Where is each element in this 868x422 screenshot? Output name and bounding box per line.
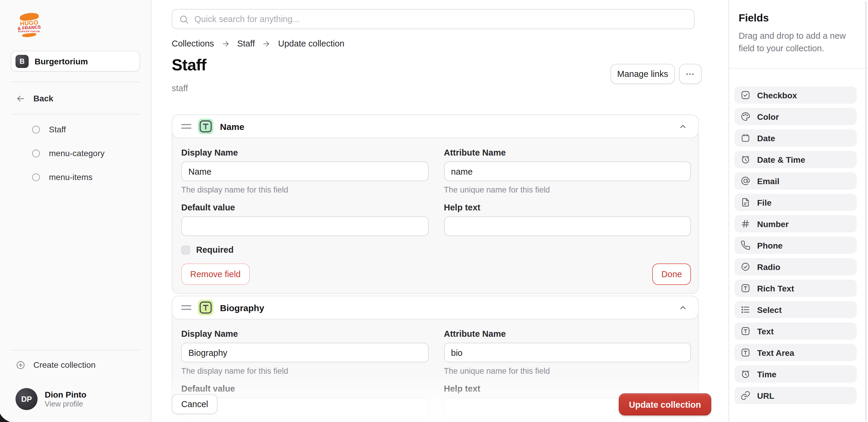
manage-links-button[interactable]: Manage links [611, 64, 675, 84]
attribute-name-label: Attribute Name [444, 329, 691, 338]
help-text-input[interactable] [444, 216, 691, 236]
attribute-name-help: The unique name for this field [444, 185, 691, 194]
search-placeholder: Quick search for anything... [194, 14, 300, 24]
collection-list: Staff menu-category menu-items [0, 121, 151, 193]
circle-icon [31, 124, 41, 134]
arrow-right-icon [222, 40, 229, 47]
more-options-button[interactable]: ⋯ [679, 64, 702, 84]
field-type-item[interactable]: Time [735, 365, 857, 383]
default-value-label: Default value [181, 384, 428, 393]
default-value-input[interactable] [181, 397, 428, 417]
field-type-item[interactable]: Date & Time [735, 151, 857, 168]
url-icon [740, 390, 750, 400]
checkbox-icon [740, 90, 750, 100]
email-icon [740, 176, 750, 186]
field-type-item[interactable]: Select [735, 301, 857, 318]
fields-sidebar: Fields Drag and drop to add a new field … [728, 0, 868, 422]
back-button[interactable]: Back [16, 90, 141, 107]
display-name-help: The display name for this field [181, 185, 428, 194]
field-type-item[interactable]: Color [735, 108, 857, 125]
collection-item[interactable]: menu-category [31, 145, 156, 162]
time-icon [740, 369, 750, 379]
back-label: Back [33, 94, 53, 103]
field-panel-header[interactable]: Name [172, 115, 699, 138]
field-title: Biography [220, 302, 670, 313]
field-panel-body: Display Name Name The display name for t… [172, 138, 698, 293]
fields-panel-description: Drag and drop to add a new field to your… [739, 30, 858, 55]
drag-handle-icon[interactable] [181, 305, 191, 310]
display-name-input[interactable]: Name [181, 162, 428, 181]
divider [11, 114, 140, 115]
default-value-input[interactable] [181, 216, 428, 236]
circle-icon [31, 172, 41, 182]
display-name-label: Display Name [181, 148, 428, 157]
page-scrollbar[interactable] [865, 1, 867, 421]
color-icon [740, 111, 750, 122]
date-icon [740, 133, 750, 143]
field-type-item[interactable]: Checkbox [735, 87, 857, 104]
field-type-item[interactable]: Date [735, 129, 857, 147]
attribute-name-input[interactable]: name [444, 162, 691, 181]
text-icon [740, 326, 750, 336]
help-text-label: Help text [444, 203, 691, 212]
field-type-item[interactable]: URL [735, 387, 857, 404]
drag-handle-icon[interactable] [181, 124, 191, 129]
radio-icon [740, 262, 750, 272]
collection-item[interactable]: menu-items [31, 169, 156, 185]
update-collection-button[interactable]: Update collection [619, 393, 711, 416]
datetime-icon [740, 154, 750, 164]
text-field-icon [198, 119, 213, 134]
attribute-name-help: The unique name for this field [444, 366, 691, 376]
display-name-input[interactable]: Biography [181, 343, 428, 362]
display-name-label: Display Name [181, 329, 428, 338]
burger-bun-bottom-icon [22, 33, 37, 38]
field-type-item[interactable]: Email [735, 172, 857, 190]
field-type-item[interactable]: Phone [735, 237, 857, 254]
breadcrumb-item[interactable]: Staff [237, 39, 270, 48]
attribute-name-label: Attribute Name [444, 148, 691, 157]
field-type-item[interactable]: Rich Text [735, 280, 857, 297]
field-title: Name [220, 121, 670, 131]
field-type-item[interactable]: Radio [735, 258, 857, 275]
workspace-switcher[interactable]: B Burgertorium [11, 51, 140, 71]
field-type-item[interactable]: Number [735, 215, 857, 232]
profile-name: Dion Pinto [45, 390, 87, 400]
field-type-item[interactable]: Text Area [735, 344, 857, 361]
chevron-up-icon[interactable] [677, 120, 689, 133]
file-icon [740, 197, 750, 207]
number-icon [740, 219, 750, 229]
display-name-help: The display name for this field [181, 366, 428, 376]
avatar: DP [16, 388, 37, 410]
field-type-item[interactable]: Text [735, 322, 857, 340]
breadcrumb-item[interactable]: Collections [172, 39, 229, 48]
create-collection-label: Create collection [33, 360, 96, 369]
attribute-name-input[interactable]: bio [444, 343, 691, 362]
view-profile-link[interactable]: View profile [45, 400, 87, 409]
chevron-up-icon[interactable] [677, 301, 689, 314]
field-type-item[interactable]: File [735, 194, 857, 211]
required-checkbox[interactable] [181, 245, 190, 254]
default-value-label: Default value [181, 203, 428, 212]
textarea-icon [740, 348, 750, 358]
arrow-right-icon [262, 40, 270, 47]
remove-field-button[interactable]: Remove field [181, 263, 249, 285]
help-text-label: Help text [444, 384, 691, 393]
done-button[interactable]: Done [652, 263, 691, 285]
cancel-button[interactable]: Cancel [172, 394, 218, 414]
search-input[interactable]: Quick search for anything... [172, 9, 694, 29]
left-sidebar: HUGO & FRANCS BURGERTORIUM B Burgertoriu… [0, 0, 151, 422]
collection-item[interactable]: Staff [31, 121, 156, 138]
create-collection-button[interactable]: Create collection [16, 356, 141, 373]
field-panel-name: Name Display Name Name The display name … [172, 115, 699, 294]
select-icon [740, 304, 750, 315]
user-profile[interactable]: DP Dion Pinto View profile [16, 388, 144, 410]
divider [729, 68, 868, 69]
brand-logo: HUGO & FRANCS BURGERTORIUM [16, 13, 43, 40]
text-field-icon [198, 300, 213, 315]
divider [11, 350, 140, 351]
plus-circle-icon [16, 360, 26, 370]
circle-icon [31, 148, 41, 158]
field-panel-header[interactable]: Biography [172, 296, 699, 320]
workspace-avatar: B [16, 55, 29, 68]
breadcrumb-item[interactable]: Update collection [278, 39, 345, 48]
